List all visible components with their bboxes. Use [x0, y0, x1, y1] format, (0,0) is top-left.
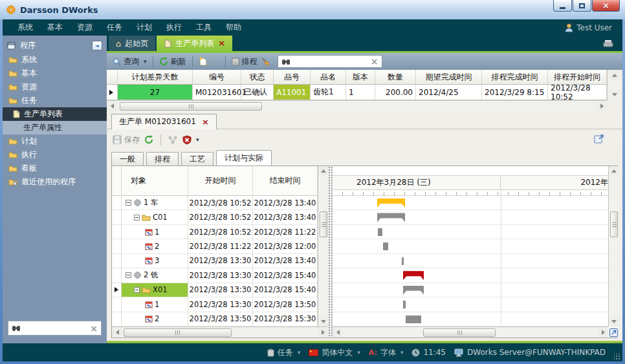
- menu-help[interactable]: 帮助: [219, 22, 248, 33]
- close-tab-icon[interactable]: [218, 39, 225, 48]
- tree-row[interactable]: 12012/3/28 13:302012/3/28 13:50: [112, 297, 318, 312]
- col-status[interactable]: 状态: [241, 70, 274, 84]
- tab-general[interactable]: 一般: [111, 152, 144, 166]
- orders-vertical-scrollbar[interactable]: [607, 70, 620, 100]
- col-sched-end[interactable]: 排程完成时间: [482, 70, 548, 84]
- gantt-vertical-scrollbar[interactable]: [608, 166, 619, 327]
- scroll-left-icon[interactable]: [107, 102, 117, 111]
- gantt-bar[interactable]: [406, 316, 421, 323]
- tree-object-cell[interactable]: 3: [122, 254, 188, 268]
- minimize-button[interactable]: [553, 0, 572, 12]
- resize-grip[interactable]: [614, 354, 620, 360]
- col-diff-days[interactable]: 计划差异天数: [118, 70, 193, 84]
- new-button[interactable]: [199, 57, 207, 66]
- tab-plan-vs-actual[interactable]: 计划与实际: [216, 150, 272, 166]
- tree-object-cell[interactable]: X01: [122, 283, 188, 297]
- tab-order-list[interactable]: 生产单列表: [157, 36, 232, 51]
- menu-task[interactable]: 任务: [100, 22, 129, 33]
- col-start-time[interactable]: 开始时间: [188, 166, 253, 195]
- query-button[interactable]: 查询: [113, 56, 147, 67]
- close-button[interactable]: [592, 0, 620, 12]
- tree-horizontal-scrollbar[interactable]: [112, 327, 328, 337]
- tree-object-cell[interactable]: 1 车: [122, 196, 188, 209]
- popout-icon[interactable]: [594, 133, 605, 144]
- sidebar-search-input[interactable]: [23, 324, 87, 333]
- toolbar-search-input[interactable]: [293, 57, 368, 66]
- collapse-toggle-icon[interactable]: [134, 215, 140, 220]
- gantt-bar[interactable]: [378, 228, 382, 236]
- collapse-toggle-icon[interactable]: [134, 287, 140, 293]
- sidebar-collapse-button[interactable]: [92, 41, 102, 50]
- status-task-menu[interactable]: 任务: [267, 347, 301, 358]
- tree-row[interactable]: X012012/3/28 13:302012/3/28 15:40: [112, 283, 318, 297]
- col-qty[interactable]: 数量: [375, 70, 416, 84]
- tree-row[interactable]: 22012/3/28 11:222012/3/28 12:00: [112, 239, 318, 253]
- printer-icon[interactable]: [603, 39, 613, 47]
- tree-row[interactable]: 32012/3/28 13:302012/3/28 13:40: [112, 254, 318, 268]
- clear-search-icon[interactable]: ×: [90, 324, 98, 333]
- gantt-bar[interactable]: [383, 242, 388, 250]
- tree-object-cell[interactable]: 1: [122, 225, 188, 239]
- sidebar-item-execute[interactable]: 执行: [3, 148, 107, 162]
- current-user[interactable]: Test User: [565, 23, 612, 32]
- refresh-button[interactable]: 刷新: [159, 56, 186, 67]
- collapse-toggle-icon[interactable]: [126, 272, 131, 278]
- gantt-bar[interactable]: [402, 257, 404, 265]
- col-sched-start[interactable]: 排程开始时间: [548, 70, 607, 84]
- sidebar-item-resource[interactable]: 资源: [3, 80, 107, 94]
- save-button[interactable]: 保存: [113, 134, 140, 145]
- tree-object-cell[interactable]: 2 铣: [122, 268, 188, 282]
- edit-pencil-icon[interactable]: [210, 57, 219, 66]
- sidebar-item-order-list[interactable]: 生产单列表: [3, 107, 107, 121]
- tree-vertical-scrollbar[interactable]: [318, 166, 328, 327]
- refresh-icon[interactable]: [144, 135, 153, 144]
- splitter-handle[interactable]: [328, 166, 333, 337]
- col-expected-end[interactable]: 期望完成时间: [416, 70, 482, 84]
- tree-object-cell[interactable]: C01: [122, 210, 188, 224]
- tree-row[interactable]: 22012/3/28 13:502012/3/28 15:30: [112, 312, 318, 327]
- collapse-toggle-icon[interactable]: [126, 200, 131, 206]
- shield-cancel-icon[interactable]: [182, 135, 199, 145]
- hierarchy-icon[interactable]: [168, 136, 178, 144]
- gantt-bar[interactable]: [403, 301, 406, 308]
- tree-row[interactable]: 12012/3/28 10:522012/3/28 11:22: [112, 225, 318, 239]
- col-item-name[interactable]: 品名: [311, 70, 346, 84]
- tree-row[interactable]: 1 车2012/3/28 10:522012/3/28 13:40: [112, 196, 318, 210]
- gantt-popout-icon[interactable]: [608, 327, 619, 337]
- broom-icon[interactable]: [261, 57, 270, 66]
- col-version[interactable]: 版本: [346, 70, 375, 84]
- sidebar-item-basic[interactable]: 基本: [3, 67, 107, 80]
- menu-basic[interactable]: 基本: [40, 22, 70, 33]
- tree-object-cell[interactable]: 1: [122, 297, 188, 311]
- order-row[interactable]: 27 M012031601 已确认 A11001 齿轮1 1 200.00 20…: [107, 85, 607, 100]
- close-detail-icon[interactable]: [202, 118, 209, 127]
- tree-object-cell[interactable]: 2: [122, 239, 188, 253]
- menu-tools[interactable]: 工具: [189, 22, 219, 33]
- status-font-menu[interactable]: 字体: [369, 347, 404, 358]
- tab-process[interactable]: 工艺: [181, 152, 214, 166]
- sidebar-item-kanban[interactable]: 看板: [3, 162, 107, 175]
- maximize-button[interactable]: [573, 0, 591, 12]
- col-item-no[interactable]: 品号: [274, 70, 311, 84]
- col-code[interactable]: 编号: [193, 70, 241, 84]
- tree-object-cell[interactable]: 2: [122, 312, 188, 326]
- gantt-horizontal-scrollbar[interactable]: [333, 327, 608, 337]
- tab-schedule[interactable]: 排程: [146, 152, 179, 166]
- clear-search-icon[interactable]: ×: [371, 57, 378, 66]
- sidebar-item-plan[interactable]: 计划: [3, 134, 107, 148]
- col-end-time[interactable]: 结束时间: [253, 166, 318, 195]
- schedule-button[interactable]: 排程: [232, 56, 258, 67]
- tree-row[interactable]: C012012/3/28 10:522012/3/28 13:40: [112, 210, 318, 224]
- sidebar-item-order-props[interactable]: 生产单属性: [3, 121, 107, 134]
- scrollbar-thumb[interactable]: [120, 102, 262, 111]
- status-language-menu[interactable]: 简体中文: [309, 347, 360, 358]
- detail-tab[interactable]: 生产单 M012031601: [111, 114, 217, 129]
- menu-plan[interactable]: 计划: [129, 22, 159, 33]
- tab-home[interactable]: ⌂ 起始页: [109, 36, 155, 51]
- tree-row[interactable]: 2 铣2012/3/28 13:302012/3/28 15:40: [112, 268, 318, 283]
- sidebar-item-recent[interactable]: 最近使用的程序: [3, 175, 107, 189]
- orders-horizontal-scrollbar[interactable]: [107, 100, 607, 111]
- sidebar-item-task[interactable]: 任务: [3, 94, 107, 107]
- menu-system[interactable]: 系统: [10, 22, 40, 33]
- menu-resource[interactable]: 资源: [70, 22, 100, 33]
